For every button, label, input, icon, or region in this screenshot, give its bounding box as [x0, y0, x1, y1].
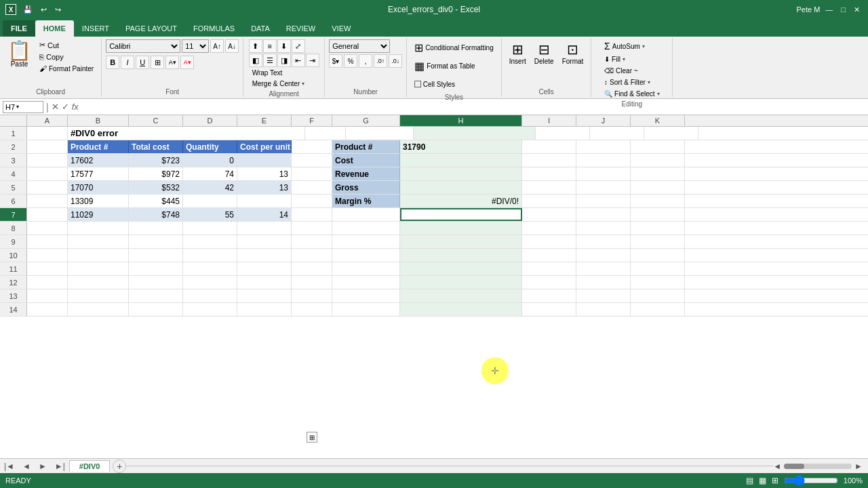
- cell-F3[interactable]: [292, 154, 332, 167]
- cell-B1[interactable]: #DIV0 error: [68, 127, 305, 140]
- sheet-scroll-right[interactable]: ►: [854, 462, 863, 471]
- cell-K1[interactable]: [644, 127, 698, 140]
- format-painter-button[interactable]: 🖌 Format Painter: [36, 63, 97, 74]
- cell-E3[interactable]: [237, 154, 292, 167]
- autosum-button[interactable]: Σ AutoSum ▾: [601, 39, 663, 53]
- cell-K3[interactable]: [631, 154, 685, 167]
- cell-B2[interactable]: Product #: [68, 140, 129, 153]
- cell-H1[interactable]: [414, 127, 536, 140]
- wrap-text-button[interactable]: Wrap Text: [249, 68, 286, 78]
- cell-J6[interactable]: [576, 195, 631, 207]
- cell-I6[interactable]: [522, 195, 576, 207]
- cell-F6[interactable]: [292, 195, 332, 207]
- cell-J2[interactable]: [576, 140, 631, 153]
- cell-D5[interactable]: 42: [183, 181, 237, 194]
- confirm-formula-icon[interactable]: ✓: [62, 102, 69, 112]
- sheet-nav-last[interactable]: ►|: [51, 462, 69, 471]
- col-header-K[interactable]: K: [631, 115, 685, 126]
- format-as-table-button[interactable]: ▦ Format as Table: [411, 58, 479, 75]
- align-left-button[interactable]: ◧: [249, 54, 262, 67]
- cell-D7[interactable]: 55: [183, 208, 237, 221]
- cell-A5[interactable]: [27, 181, 68, 194]
- cell-G7[interactable]: [332, 208, 400, 221]
- insert-button[interactable]: ⊞ Insert: [506, 39, 530, 67]
- quick-analysis-button[interactable]: ⊞: [307, 432, 317, 443]
- col-header-F[interactable]: F: [292, 115, 332, 126]
- currency-button[interactable]: $▾: [329, 54, 342, 68]
- cell-I2[interactable]: [522, 140, 576, 153]
- cell-D2[interactable]: Quantity: [183, 140, 237, 153]
- text-angle-button[interactable]: ⤢: [292, 39, 305, 53]
- tab-page-layout[interactable]: PAGE LAYOUT: [117, 20, 185, 37]
- cell-ref-dropdown[interactable]: ▾: [16, 104, 19, 110]
- cell-A3[interactable]: [27, 154, 68, 167]
- quick-access-save[interactable]: 💾: [20, 4, 35, 16]
- cell-H3[interactable]: [400, 154, 522, 167]
- insert-function-icon[interactable]: fx: [72, 102, 79, 112]
- align-middle-button[interactable]: ≡: [263, 39, 277, 53]
- sheet-scroll-left[interactable]: ◄: [773, 462, 781, 471]
- minimize-button[interactable]: —: [823, 4, 835, 15]
- fill-color-button[interactable]: A▾: [165, 56, 179, 69]
- font-color-button[interactable]: A▾: [180, 56, 194, 69]
- align-top-button[interactable]: ⬆: [249, 39, 262, 53]
- sheet-nav-first[interactable]: |◄: [0, 462, 18, 471]
- align-right-button[interactable]: ◨: [277, 54, 291, 67]
- cell-C6[interactable]: $445: [129, 195, 183, 207]
- comma-button[interactable]: ,: [359, 54, 372, 68]
- maximize-button[interactable]: □: [838, 4, 848, 15]
- clear-button[interactable]: ⌫ Clear ~: [601, 66, 663, 76]
- cancel-formula-icon[interactable]: ✕: [52, 102, 59, 112]
- add-sheet-button[interactable]: +: [113, 460, 126, 473]
- cell-J1[interactable]: [590, 127, 644, 140]
- cell-C4[interactable]: $972: [129, 167, 183, 180]
- cell-A4[interactable]: [27, 167, 68, 180]
- merge-center-button[interactable]: Merge & Center ▾: [249, 79, 309, 89]
- cell-K2[interactable]: [631, 140, 685, 153]
- tab-insert[interactable]: INSERT: [74, 20, 117, 37]
- copy-button[interactable]: ⎘ Copy: [36, 52, 97, 62]
- quick-access-undo[interactable]: ↩: [38, 4, 50, 16]
- cell-B5[interactable]: 17070: [68, 181, 129, 194]
- col-header-D[interactable]: D: [183, 115, 237, 126]
- increase-indent-button[interactable]: ⇥: [306, 54, 319, 67]
- cell-E6[interactable]: [237, 195, 292, 207]
- cell-A2[interactable]: [27, 140, 68, 153]
- delete-button[interactable]: ⊟ Delete: [531, 39, 557, 67]
- decrease-indent-button[interactable]: ⇤: [292, 54, 305, 67]
- view-layout-icon[interactable]: ▦: [759, 476, 766, 485]
- view-normal-icon[interactable]: ▤: [746, 476, 753, 485]
- cell-B7[interactable]: 11029: [68, 208, 129, 221]
- percent-button[interactable]: %: [344, 54, 357, 68]
- cell-H7-active[interactable]: [400, 208, 522, 221]
- tab-data[interactable]: DATA: [243, 20, 278, 37]
- cell-K6[interactable]: [631, 195, 685, 207]
- sheet-tab-div0[interactable]: #DIV0: [69, 460, 111, 472]
- cell-F5[interactable]: [292, 181, 332, 194]
- format-button[interactable]: ⊡ Format: [559, 39, 587, 67]
- increase-font-button[interactable]: A↑: [210, 39, 224, 53]
- cell-B4[interactable]: 17577: [68, 167, 129, 180]
- align-bottom-button[interactable]: ⬇: [277, 39, 291, 53]
- cell-styles-button[interactable]: □ Cell Styles: [411, 76, 458, 92]
- view-pagebreak-icon[interactable]: ⊞: [772, 476, 778, 485]
- close-button[interactable]: ✕: [851, 4, 863, 16]
- cell-K7[interactable]: [631, 208, 685, 221]
- conditional-formatting-button[interactable]: ⊞ Conditional Formatting: [411, 39, 497, 56]
- col-header-B[interactable]: B: [68, 115, 129, 126]
- formula-input[interactable]: [81, 102, 865, 112]
- tab-file[interactable]: FILE: [3, 20, 35, 37]
- cell-D3[interactable]: 0: [183, 154, 237, 167]
- cell-G3[interactable]: Cost: [332, 154, 400, 167]
- cell-C2[interactable]: Total cost: [129, 140, 183, 153]
- cell-D4[interactable]: 74: [183, 167, 237, 180]
- cell-K4[interactable]: [631, 167, 685, 180]
- cell-G2[interactable]: Product #: [332, 140, 400, 153]
- decrease-font-button[interactable]: A↓: [225, 39, 239, 53]
- cell-E2[interactable]: Cost per unit: [237, 140, 292, 153]
- col-header-C[interactable]: C: [129, 115, 183, 126]
- cell-B6[interactable]: 13309: [68, 195, 129, 207]
- cell-A6[interactable]: [27, 195, 68, 207]
- cell-H6[interactable]: #DIV/0!: [400, 195, 522, 207]
- cell-J3[interactable]: [576, 154, 631, 167]
